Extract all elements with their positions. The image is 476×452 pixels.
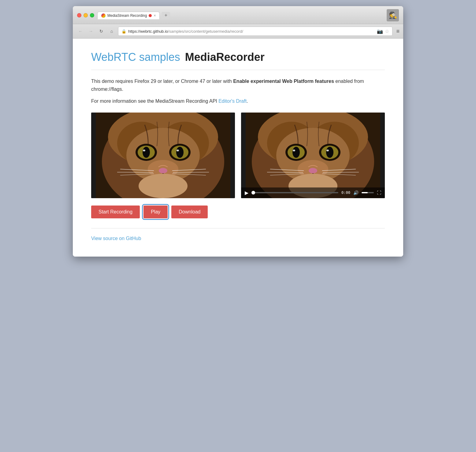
site-title: WebRTC samples bbox=[91, 51, 180, 64]
ssl-icon: 🔒 bbox=[121, 29, 126, 34]
tabs-area: MediaStream Recording × + bbox=[97, 12, 384, 19]
url-display: https://webrtc.github.io/samples/src/con… bbox=[128, 29, 375, 34]
video-play-button[interactable]: ▶ bbox=[245, 190, 248, 196]
svg-point-12 bbox=[143, 150, 145, 151]
tab-close-button[interactable]: × bbox=[154, 14, 156, 17]
footer-divider bbox=[91, 228, 385, 228]
volume-slider[interactable] bbox=[362, 192, 374, 193]
svg-point-33 bbox=[292, 147, 300, 158]
user-avatar: 🕵️ bbox=[387, 9, 399, 21]
fullscreen-button[interactable]: ⛶ bbox=[377, 190, 381, 195]
home-button[interactable]: ⌂ bbox=[108, 27, 116, 35]
svg-line-20 bbox=[173, 172, 209, 172]
browser-window: MediaStream Recording × + 🕵️ ← → ↻ ⌂ 🔒 h… bbox=[73, 6, 403, 257]
active-tab[interactable]: MediaStream Recording × bbox=[97, 12, 160, 19]
svg-point-35 bbox=[293, 150, 295, 151]
video-progress-thumb bbox=[251, 191, 255, 195]
live-video bbox=[91, 113, 235, 198]
forward-button[interactable]: → bbox=[87, 27, 95, 35]
reload-icon: ↻ bbox=[99, 29, 103, 34]
play-button[interactable]: Play bbox=[143, 206, 168, 218]
page-title: MediaRecorder bbox=[185, 51, 265, 64]
reload-button[interactable]: ↻ bbox=[97, 27, 105, 35]
volume-icon: 🔊 bbox=[353, 190, 359, 195]
svg-point-13 bbox=[177, 150, 179, 151]
address-bar[interactable]: 🔒 https://webrtc.github.io/samples/src/c… bbox=[118, 27, 392, 36]
tab-favicon-icon bbox=[101, 13, 106, 18]
camera-icon[interactable]: 📷 bbox=[377, 28, 383, 34]
live-video-wrapper bbox=[91, 113, 235, 198]
recorded-video bbox=[241, 113, 385, 198]
description-text-4: . bbox=[247, 98, 248, 104]
volume-fill bbox=[362, 192, 368, 193]
url-path: /samples/src/content/getusermedia/record… bbox=[168, 29, 243, 34]
start-recording-button[interactable]: Start Recording bbox=[91, 206, 140, 218]
home-icon: ⌂ bbox=[110, 29, 113, 34]
svg-line-17 bbox=[117, 172, 153, 172]
forward-icon: → bbox=[89, 29, 93, 34]
maximize-window-button[interactable] bbox=[90, 13, 94, 17]
close-window-button[interactable] bbox=[77, 13, 81, 17]
menu-icon[interactable]: ≡ bbox=[396, 28, 400, 35]
github-link[interactable]: View source on GitHub bbox=[91, 236, 141, 241]
svg-point-10 bbox=[143, 147, 150, 158]
description-paragraph-2: For more information see the MediaStream… bbox=[91, 97, 385, 105]
header-divider bbox=[91, 70, 385, 70]
minimize-window-button[interactable] bbox=[84, 13, 88, 17]
window-controls bbox=[77, 13, 94, 17]
svg-point-22 bbox=[139, 174, 188, 198]
recorded-video-wrapper: ▶ 0:00 🔊 ⛶ bbox=[241, 113, 385, 198]
page-header: WebRTC samples MediaRecorder bbox=[91, 51, 385, 64]
recording-indicator-dot bbox=[149, 14, 152, 17]
description-paragraph-1: This demo requires Firefox 29 or later, … bbox=[91, 77, 385, 93]
bookmark-star-icon[interactable]: ☆ bbox=[385, 28, 389, 34]
editors-draft-link[interactable]: Editor's Draft bbox=[218, 98, 247, 104]
svg-point-38 bbox=[309, 168, 317, 173]
title-bar: MediaStream Recording × + 🕵️ bbox=[73, 6, 403, 24]
svg-point-34 bbox=[326, 147, 333, 158]
svg-point-36 bbox=[326, 150, 329, 151]
svg-point-15 bbox=[159, 168, 167, 173]
video-controls-bar: ▶ 0:00 🔊 ⛶ bbox=[241, 187, 385, 198]
description-text-3: For more information see the MediaStream… bbox=[91, 98, 218, 104]
back-button[interactable]: ← bbox=[76, 27, 84, 35]
video-progress-track[interactable] bbox=[251, 192, 338, 193]
page-content: WebRTC samples MediaRecorder This demo r… bbox=[73, 39, 403, 257]
action-buttons: Start Recording Play Download bbox=[91, 206, 385, 218]
svg-line-43 bbox=[323, 172, 359, 172]
video-time-display: 0:00 bbox=[341, 191, 350, 195]
back-icon: ← bbox=[78, 29, 83, 34]
videos-container: ▶ 0:00 🔊 ⛶ bbox=[91, 113, 385, 198]
svg-line-40 bbox=[267, 172, 303, 172]
download-button[interactable]: Download bbox=[171, 206, 208, 218]
new-tab-button[interactable]: + bbox=[162, 12, 170, 19]
navigation-bar: ← → ↻ ⌂ 🔒 https://webrtc.github.io/sampl… bbox=[73, 24, 403, 39]
description-bold-text: Enable experimental Web Platform feature… bbox=[233, 79, 334, 84]
url-host: https://webrtc.github.io bbox=[128, 29, 168, 34]
svg-point-11 bbox=[176, 147, 184, 158]
description-text-1: This demo requires Firefox 29 or later, … bbox=[91, 79, 233, 84]
tab-title: MediaStream Recording bbox=[107, 13, 147, 18]
